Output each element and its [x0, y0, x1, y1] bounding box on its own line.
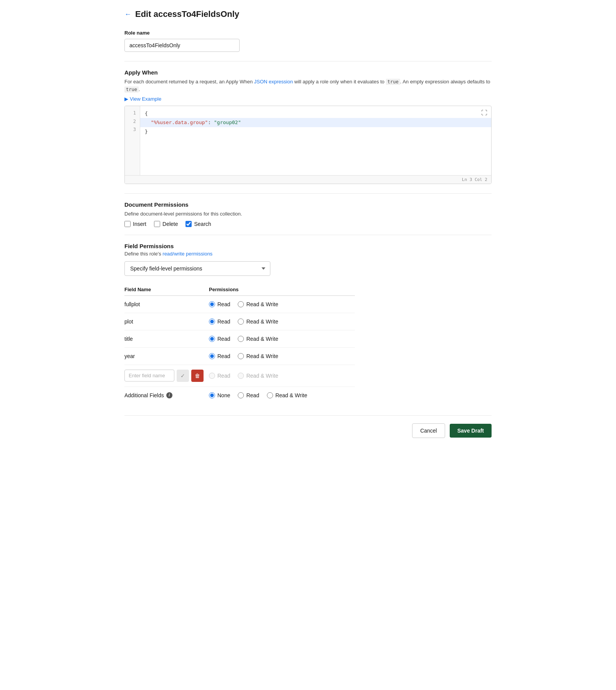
trash-icon: 🗑 — [195, 373, 200, 379]
field-permissions-section: Field Permissions Define this role's rea… — [124, 243, 492, 404]
desc-suffix2: . An empty expression always defaults to — [400, 79, 490, 85]
code-key: "%%user.data.group" — [145, 118, 208, 127]
desc-code2: true — [124, 86, 139, 93]
radio-year-readwrite[interactable]: Read & Write — [238, 353, 278, 359]
line-num-2: 2 — [129, 118, 136, 126]
radio-additional-read-input[interactable] — [238, 392, 244, 398]
additional-perms: None Read Read & Write — [209, 392, 355, 398]
checkbox-search-label: Search — [194, 221, 211, 227]
radio-additional-none[interactable]: None — [209, 392, 230, 398]
radio-new-readwrite[interactable]: Read & Write — [238, 373, 278, 379]
radio-year-read[interactable]: Read — [209, 353, 230, 359]
code-status: Ln 3 Col 2 — [125, 175, 491, 184]
radio-plot-readwrite[interactable]: Read & Write — [238, 318, 278, 325]
radio-additional-readwrite[interactable]: Read & Write — [267, 392, 307, 398]
field-perms-plot: Read Read & Write — [209, 318, 355, 325]
radio-new-readwrite-input[interactable] — [238, 373, 244, 379]
radio-fullplot-read-label: Read — [217, 301, 230, 307]
brace-open: { — [145, 109, 148, 118]
checkbox-delete-label: Delete — [162, 221, 178, 227]
desc-prefix: For each document returned by a request,… — [124, 79, 254, 85]
field-name-year: year — [124, 353, 209, 359]
confirm-field-button[interactable]: ✓ — [177, 370, 189, 382]
desc-code1: true — [386, 79, 400, 85]
back-button[interactable]: ← — [124, 10, 131, 18]
radio-plot-read-label: Read — [217, 318, 230, 325]
radio-additional-none-label: None — [217, 392, 230, 398]
radio-fullplot-readwrite-input[interactable] — [238, 301, 244, 307]
checkbox-search-input[interactable] — [185, 221, 192, 227]
radio-fullplot-readwrite[interactable]: Read & Write — [238, 301, 278, 307]
code-value: "group02" — [214, 118, 241, 127]
divider-2 — [124, 193, 492, 194]
role-name-section: Role name — [124, 30, 492, 52]
radio-title-readwrite[interactable]: Read & Write — [238, 336, 278, 342]
radio-new-read-input[interactable] — [209, 373, 215, 379]
document-permissions-section: Document Permissions Define document-lev… — [124, 201, 492, 227]
radio-new-read[interactable]: Read — [209, 373, 230, 379]
radio-new-read-label: Read — [217, 373, 230, 379]
additional-fields-row: Additional Fields i None Read Read & Wri… — [124, 387, 355, 404]
field-perm-desc: Define this role's read/write permission… — [124, 251, 492, 257]
code-content: { "%%user.data.group": "group02" } — [140, 106, 491, 175]
radio-year-readwrite-label: Read & Write — [246, 353, 278, 359]
radio-fullplot-read[interactable]: Read — [209, 301, 230, 307]
radio-plot-readwrite-input[interactable] — [238, 318, 244, 325]
doc-permissions-checkboxes: Insert Delete Search — [124, 221, 492, 227]
delete-field-button[interactable]: 🗑 — [191, 370, 204, 382]
role-name-input[interactable] — [124, 39, 240, 52]
radio-title-read-label: Read — [217, 336, 230, 342]
new-field-input[interactable] — [124, 370, 174, 381]
page-container: ← Edit accessTo4FieldsOnly Role name App… — [115, 0, 501, 453]
footer-actions: Cancel Save Draft — [124, 415, 492, 438]
code-editor[interactable]: ⛶ 1 2 3 { "%%user.data.group": "group02"… — [124, 106, 492, 184]
new-field-input-wrap: ✓ 🗑 — [124, 370, 209, 382]
divider-3 — [124, 235, 492, 235]
radio-plot-readwrite-label: Read & Write — [246, 318, 278, 325]
radio-additional-readwrite-input[interactable] — [267, 392, 273, 398]
radio-year-readwrite-input[interactable] — [238, 353, 244, 359]
read-write-link[interactable]: read/write permissions — [162, 251, 212, 257]
code-line-2: "%%user.data.group": "group02" — [140, 118, 491, 127]
radio-additional-read[interactable]: Read — [238, 392, 259, 398]
radio-year-read-input[interactable] — [209, 353, 215, 359]
checkbox-delete-input[interactable] — [154, 221, 160, 227]
desc-end: . — [139, 86, 140, 92]
table-header: Field Name Permissions — [124, 284, 355, 296]
doc-permissions-desc: Define document-level permissions for th… — [124, 210, 492, 218]
view-example-label: View Example — [130, 96, 161, 102]
field-perm-desc-prefix: Define this role's — [124, 251, 162, 257]
field-perms-year: Read Read & Write — [209, 353, 355, 359]
cancel-button[interactable]: Cancel — [412, 423, 445, 438]
radio-title-read-input[interactable] — [209, 336, 215, 342]
radio-additional-readwrite-label: Read & Write — [275, 392, 307, 398]
checkbox-delete[interactable]: Delete — [154, 221, 178, 227]
view-example-button[interactable]: ▶ View Example — [124, 96, 492, 102]
desc-suffix1: will apply a role only when it evaluates… — [293, 79, 386, 85]
checkbox-insert-input[interactable] — [124, 221, 131, 227]
expand-icon[interactable]: ⛶ — [481, 109, 487, 116]
checkbox-insert[interactable]: Insert — [124, 221, 146, 227]
col-perms-header: Permissions — [209, 287, 355, 292]
field-permissions-dropdown[interactable]: Specify field-level permissions — [124, 261, 270, 276]
additional-fields-text: Additional Fields — [124, 392, 164, 398]
apply-when-title: Apply When — [124, 69, 492, 76]
field-name-fullplot: fullplot — [124, 301, 209, 307]
radio-title-readwrite-input[interactable] — [238, 336, 244, 342]
field-permissions-title: Field Permissions — [124, 243, 492, 249]
radio-fullplot-read-input[interactable] — [209, 301, 215, 307]
fields-table: Field Name Permissions fullplot Read Rea… — [124, 284, 355, 404]
radio-additional-none-input[interactable] — [209, 392, 215, 398]
checkbox-search[interactable]: Search — [185, 221, 211, 227]
page-header: ← Edit accessTo4FieldsOnly — [124, 9, 492, 19]
radio-fullplot-readwrite-label: Read & Write — [246, 301, 278, 307]
line-num-1: 1 — [129, 109, 136, 118]
info-icon[interactable]: i — [166, 392, 172, 398]
radio-plot-read-input[interactable] — [209, 318, 215, 325]
json-expression-link[interactable]: JSON expression — [254, 79, 293, 85]
divider-1 — [124, 61, 492, 61]
radio-title-read[interactable]: Read — [209, 336, 230, 342]
code-line-1: { — [145, 109, 487, 118]
radio-plot-read[interactable]: Read — [209, 318, 230, 325]
save-draft-button[interactable]: Save Draft — [450, 424, 492, 438]
